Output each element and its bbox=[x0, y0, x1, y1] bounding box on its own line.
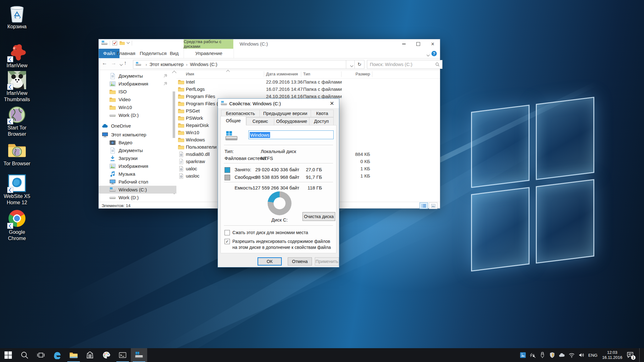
show-desktop-button[interactable] bbox=[639, 348, 641, 362]
dialog-close-button[interactable]: ✕ bbox=[325, 99, 339, 108]
column-divider[interactable] bbox=[372, 71, 372, 77]
tray-volume-icon[interactable] bbox=[578, 352, 585, 359]
nav-item-work-d-[interactable]: Work (D:) bbox=[99, 194, 176, 201]
dialog-titlebar[interactable]: Свойства: Windows (C:) ✕ bbox=[218, 99, 339, 108]
minimize-button[interactable] bbox=[397, 39, 411, 49]
nav-item-onedrive[interactable]: OneDrive bbox=[99, 122, 176, 130]
address-dropdown-button[interactable] bbox=[346, 60, 355, 69]
compress-checkbox[interactable] bbox=[225, 230, 230, 235]
tab-previous-versions[interactable]: Предыдущие версии bbox=[259, 110, 311, 117]
tab-view[interactable]: Вид bbox=[168, 49, 181, 58]
explorer-titlebar[interactable]: Средства работы с дисками Windows (C:) × bbox=[99, 39, 440, 49]
taskbar-button-start[interactable] bbox=[0, 348, 16, 362]
window-system-icon[interactable] bbox=[101, 41, 108, 46]
desktop-icon-google-chrome[interactable]: Google Chrome bbox=[1, 209, 33, 242]
tray-wireless-icon[interactable] bbox=[529, 352, 536, 359]
tab-hardware[interactable]: Оборудование bbox=[274, 117, 309, 125]
qat-customize-chevron[interactable] bbox=[127, 41, 130, 44]
taskbar-button-cmd[interactable] bbox=[114, 348, 131, 362]
action-center-button[interactable]: 1 bbox=[626, 351, 635, 359]
breadcrumb-current[interactable]: Windows (C:) bbox=[190, 62, 217, 67]
taskbar-button-drive-properties[interactable] bbox=[131, 348, 147, 362]
taskbar-button-edge[interactable] bbox=[49, 348, 65, 362]
column-header-type[interactable]: Тип bbox=[303, 72, 310, 76]
clock[interactable]: 12:03 16.11.2016 bbox=[601, 350, 624, 360]
thumbnails-view-button[interactable] bbox=[429, 202, 437, 209]
desktop-icon-website-x5-home-12[interactable]: WebSite X5 Home 12 bbox=[1, 174, 33, 206]
nav-item-windows-c-[interactable]: Windows (C:) bbox=[99, 186, 176, 194]
nav-item-видео[interactable]: Видео bbox=[99, 139, 176, 146]
volume-label-input[interactable]: Windows bbox=[248, 130, 334, 139]
tab-quota[interactable]: Квота bbox=[311, 110, 334, 117]
tray-traycloud-icon[interactable] bbox=[558, 352, 565, 359]
address-bar[interactable]: › Этот компьютер › Windows (C:) bbox=[133, 60, 347, 69]
up-button[interactable]: ↑ bbox=[124, 60, 127, 66]
index-checkbox-label[interactable]: Разрешить индексировать содержимое файло… bbox=[232, 239, 334, 250]
tab-manage[interactable]: Управление bbox=[184, 49, 234, 58]
compress-checkbox-label[interactable]: Сжать этот диск для экономии места bbox=[232, 230, 334, 236]
index-checkbox[interactable]: ✓ bbox=[225, 239, 230, 244]
column-divider[interactable] bbox=[264, 71, 264, 77]
taskbar-button-file-explorer[interactable] bbox=[65, 348, 82, 362]
tab-general[interactable]: Общие bbox=[220, 116, 246, 125]
details-view-button[interactable] bbox=[419, 202, 428, 209]
nav-item-label: Видео bbox=[119, 140, 132, 145]
nav-item-iso[interactable]: ISO bbox=[99, 88, 176, 96]
file-name: RepairDisk bbox=[186, 123, 209, 128]
nav-item-документы[interactable]: Документы bbox=[99, 146, 176, 154]
tray-trayapp-icon[interactable] bbox=[519, 352, 526, 359]
nav-item-музыка[interactable]: Музыка bbox=[99, 170, 176, 178]
taskbar-button-paint[interactable] bbox=[98, 348, 114, 362]
tray-shield-icon[interactable] bbox=[549, 352, 556, 359]
nav-item-документы[interactable]: Документы bbox=[99, 72, 176, 80]
qat-properties-button[interactable] bbox=[112, 41, 117, 46]
maximize-button[interactable] bbox=[411, 39, 425, 49]
nav-item-изображения[interactable]: Изображения bbox=[99, 162, 176, 170]
desktop-icon-tor-browser[interactable]: Tor Browser bbox=[1, 141, 33, 167]
nav-item-win10[interactable]: Win10 bbox=[99, 103, 176, 111]
tray-wifi-icon[interactable] bbox=[568, 352, 575, 359]
column-header-date[interactable]: Дата изменения bbox=[266, 72, 298, 76]
desktop-icon-irfanview-thumbnails[interactable]: IrfanView Thumbnails bbox=[1, 71, 33, 103]
breadcrumb-this-pc[interactable]: Этот компьютер bbox=[149, 62, 183, 67]
column-divider[interactable] bbox=[341, 71, 341, 77]
nav-item-этот-компьютер[interactable]: Этот компьютер bbox=[99, 131, 176, 139]
language-indicator[interactable]: ENG bbox=[588, 353, 598, 358]
nav-item-video[interactable]: Video bbox=[99, 96, 176, 103]
desktop-icon-irfanview[interactable]: IrfanView bbox=[1, 43, 33, 69]
nav-item-label: Video bbox=[119, 97, 130, 102]
nav-item-work-d-[interactable]: Work (D:) bbox=[99, 111, 176, 119]
taskbar-button-task-view[interactable] bbox=[33, 348, 49, 362]
column-header-size[interactable]: Размер bbox=[343, 72, 370, 76]
nav-item-label: Windows (C:) bbox=[119, 187, 147, 192]
back-button[interactable]: ← bbox=[102, 60, 107, 66]
ok-button[interactable]: ОК bbox=[258, 257, 282, 266]
nav-item-рабочий-стол[interactable]: Рабочий стол bbox=[99, 178, 176, 186]
column-divider[interactable] bbox=[301, 71, 301, 77]
file-row[interactable]: Intel22.09.2016 13:36Папка с файлами bbox=[176, 79, 440, 86]
forward-button[interactable]: → bbox=[111, 60, 116, 66]
search-input[interactable]: Поиск: Windows (C:) bbox=[367, 60, 442, 69]
taskbar-button-search[interactable] bbox=[16, 348, 33, 362]
qat-new-folder-button[interactable] bbox=[119, 41, 125, 45]
apply-button[interactable]: Применить bbox=[315, 257, 339, 266]
tab-home[interactable]: Главная bbox=[115, 49, 137, 58]
refresh-button[interactable]: ↻ bbox=[354, 60, 364, 69]
close-button[interactable]: × bbox=[425, 39, 440, 49]
tab-tools[interactable]: Сервис bbox=[246, 117, 274, 125]
contextual-tab-group[interactable]: Средства работы с дисками bbox=[184, 39, 233, 49]
taskbar-button-store[interactable] bbox=[82, 348, 98, 362]
desktop-icon-recycle-bin[interactable]: Корзина bbox=[1, 4, 33, 30]
column-header-name[interactable]: Имя bbox=[186, 72, 194, 76]
help-icon[interactable]: ? bbox=[431, 51, 437, 56]
file-row[interactable]: PerfLogs16.07.2016 14:47Папка с файлами bbox=[176, 86, 440, 93]
disk-cleanup-button[interactable]: Очистка диска bbox=[303, 212, 335, 221]
nav-item-загрузки[interactable]: Загрузки bbox=[99, 154, 176, 162]
tray-usb-icon[interactable] bbox=[539, 352, 546, 359]
tab-sharing[interactable]: Доступ bbox=[309, 117, 334, 125]
nav-item-изображения[interactable]: Изображения bbox=[99, 80, 176, 88]
desktop-icon-start-tor-browser[interactable]: Start Tor Browser bbox=[1, 106, 33, 137]
cancel-button[interactable]: Отмена bbox=[288, 257, 312, 266]
tab-share[interactable]: Поделиться bbox=[140, 49, 166, 58]
folder-icon bbox=[178, 108, 184, 114]
